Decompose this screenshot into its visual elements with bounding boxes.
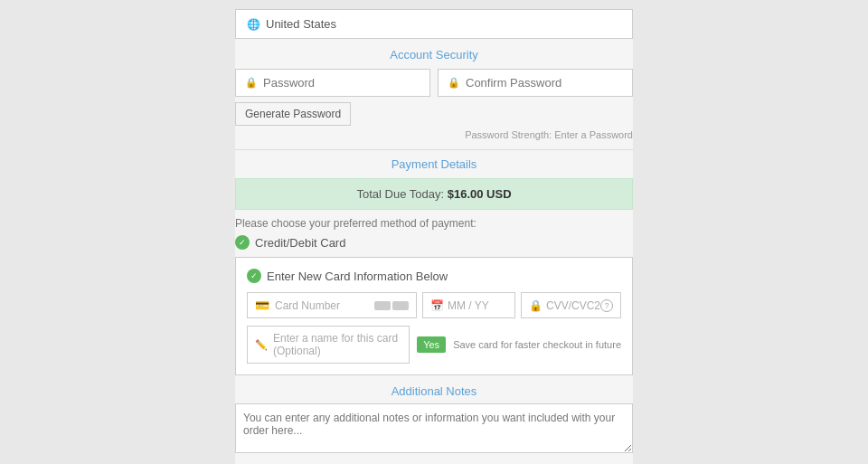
payment-option-credit: ✓ Credit/Debit Card bbox=[235, 235, 633, 250]
password-row: 🔒 🔒 bbox=[235, 69, 633, 97]
chip-1 bbox=[374, 301, 391, 310]
form-container: 🌐 United States Account Security 🔒 🔒 Gen… bbox=[235, 9, 633, 464]
country-value: United States bbox=[266, 17, 336, 31]
card-fields-row: 💳 Card Number 📅 MM / YY 🔒 bbox=[247, 292, 621, 318]
confirm-password-input[interactable] bbox=[466, 76, 623, 90]
card-icon: 💳 bbox=[255, 298, 269, 312]
generate-password-button[interactable]: Generate Password bbox=[235, 102, 351, 126]
expiry-placeholder: MM / YY bbox=[448, 299, 489, 312]
total-bar: Total Due Today: $16.00 USD bbox=[235, 178, 633, 210]
credit-card-check: ✓ bbox=[235, 235, 250, 250]
notes-textarea[interactable] bbox=[235, 403, 633, 453]
save-card-label: Save card for faster checkout in future bbox=[453, 339, 621, 350]
credit-debit-label: Credit/Debit Card bbox=[255, 236, 345, 250]
payment-method-label: Please choose your preferred method of p… bbox=[235, 217, 633, 230]
card-number-field[interactable]: 💳 Card Number bbox=[247, 292, 417, 318]
confirm-password-field[interactable]: 🔒 bbox=[438, 69, 633, 97]
password-field[interactable]: 🔒 bbox=[235, 69, 430, 97]
additional-notes-header: Additional Notes bbox=[235, 384, 633, 398]
total-label: Total Due Today: bbox=[356, 187, 444, 201]
enter-card-label: Enter New Card Information Below bbox=[267, 270, 448, 283]
lock-icon: 🔒 bbox=[245, 77, 258, 89]
cvv-placeholder: CVV/CVC2 bbox=[546, 299, 600, 312]
card-header-check: ✓ bbox=[247, 269, 261, 283]
cvv-left: 🔒 CVV/CVC2 bbox=[529, 299, 600, 312]
lock-cvv-icon: 🔒 bbox=[529, 299, 542, 312]
calendar-icon: 📅 bbox=[430, 299, 444, 312]
chip-2 bbox=[392, 301, 409, 310]
country-row: 🌐 United States bbox=[235, 9, 633, 39]
card-info-box: ✓ Enter New Card Information Below 💳 Car… bbox=[235, 257, 633, 375]
card-name-field[interactable]: ✏️ Enter a name for this card (Optional) bbox=[247, 326, 410, 364]
card-name-placeholder: Enter a name for this card (Optional) bbox=[273, 332, 401, 357]
card-box-header: ✓ Enter New Card Information Below bbox=[247, 269, 621, 283]
payment-details-header: Payment Details bbox=[235, 157, 633, 171]
cvv-field[interactable]: 🔒 CVV/CVC2 ? bbox=[521, 292, 621, 318]
card-name-row: ✏️ Enter a name for this card (Optional)… bbox=[247, 326, 621, 364]
divider-1 bbox=[235, 149, 633, 150]
lock-icon-confirm: 🔒 bbox=[448, 77, 460, 89]
save-card-yes-badge: Yes bbox=[417, 336, 446, 353]
password-strength-label: Password Strength: Enter a Password bbox=[235, 129, 633, 140]
card-number-placeholder: Card Number bbox=[275, 299, 340, 312]
total-amount: $16.00 USD bbox=[448, 187, 512, 201]
password-input[interactable] bbox=[263, 76, 420, 90]
page-wrapper: 🌐 United States Account Security 🔒 🔒 Gen… bbox=[0, 9, 868, 464]
card-number-left: 💳 Card Number bbox=[255, 298, 340, 312]
card-chips bbox=[374, 301, 409, 310]
globe-icon: 🌐 bbox=[247, 18, 260, 31]
pencil-icon: ✏️ bbox=[255, 339, 268, 351]
account-security-header: Account Security bbox=[235, 48, 633, 62]
cvv-help-button[interactable]: ? bbox=[600, 299, 613, 312]
expiry-field[interactable]: 📅 MM / YY bbox=[422, 292, 515, 318]
